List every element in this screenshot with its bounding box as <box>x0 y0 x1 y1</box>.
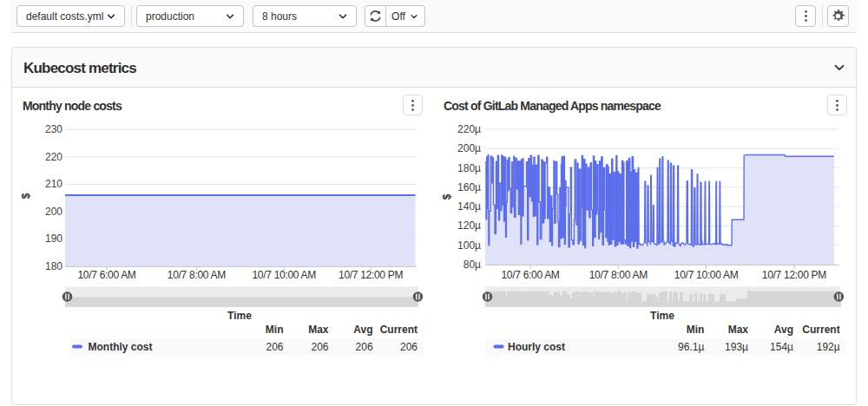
svg-text:Hourly cost: Hourly cost <box>508 341 565 353</box>
svg-text:193µ: 193µ <box>725 341 748 353</box>
svg-text:206: 206 <box>400 341 418 353</box>
svg-text:180: 180 <box>45 260 62 272</box>
svg-text:Max: Max <box>308 324 329 336</box>
svg-text:230: 230 <box>45 123 62 135</box>
svg-text:120µ: 120µ <box>457 219 481 232</box>
svg-text:192µ: 192µ <box>817 341 840 353</box>
svg-text:Current: Current <box>380 324 418 336</box>
svg-text:Avg: Avg <box>353 324 372 336</box>
svg-text:Max: Max <box>728 324 749 336</box>
svg-text:10/7 10:00 AM: 10/7 10:00 AM <box>252 269 316 281</box>
svg-text:100µ: 100µ <box>457 239 481 252</box>
svg-text:200: 200 <box>45 206 62 218</box>
svg-text:10/7 6:00 AM: 10/7 6:00 AM <box>77 269 135 281</box>
svg-text:Min: Min <box>687 324 705 336</box>
svg-text:Avg: Avg <box>774 324 793 336</box>
svg-text:10/7 12:00 PM: 10/7 12:00 PM <box>339 269 403 281</box>
svg-text:206: 206 <box>356 341 373 353</box>
svg-text:154µ: 154µ <box>770 341 793 353</box>
svg-text:80µ: 80µ <box>464 259 481 271</box>
svg-text:96.1µ: 96.1µ <box>678 341 704 353</box>
svg-text:10/7 8:00 AM: 10/7 8:00 AM <box>589 269 648 281</box>
svg-text:220: 220 <box>45 151 62 163</box>
svg-text:Monthly cost: Monthly cost <box>89 341 153 353</box>
svg-text:10/7 10:00 AM: 10/7 10:00 AM <box>674 269 739 281</box>
svg-text:220µ: 220µ <box>457 123 481 135</box>
svg-text:180µ: 180µ <box>457 162 481 174</box>
svg-text:Time: Time <box>227 310 252 322</box>
svg-text:200µ: 200µ <box>457 142 481 154</box>
svg-text:Min: Min <box>266 324 284 336</box>
svg-text:10/7 8:00 AM: 10/7 8:00 AM <box>168 269 226 281</box>
svg-text:140µ: 140µ <box>457 200 481 213</box>
svg-text:210: 210 <box>45 178 62 190</box>
svg-text:$: $ <box>20 193 32 199</box>
svg-text:10/7 12:00 PM: 10/7 12:00 PM <box>762 269 826 281</box>
svg-text:Current: Current <box>802 324 839 336</box>
svg-text:Time: Time <box>650 310 674 322</box>
svg-text:206: 206 <box>311 341 328 353</box>
svg-text:190: 190 <box>45 232 62 245</box>
svg-text:$: $ <box>441 193 453 200</box>
svg-text:10/7 6:00 AM: 10/7 6:00 AM <box>501 269 559 281</box>
svg-text:206: 206 <box>266 341 283 353</box>
svg-text:160µ: 160µ <box>457 181 481 193</box>
